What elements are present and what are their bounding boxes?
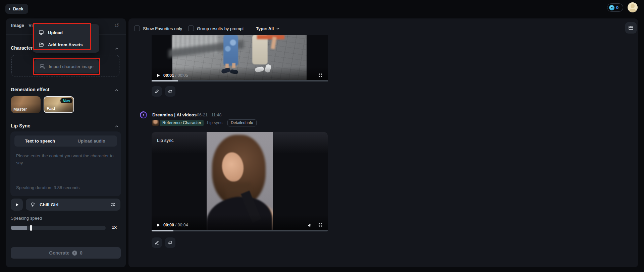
filter-divider (249, 25, 249, 31)
back-chevron-icon: ‹ (9, 6, 11, 11)
reference-thumbnail[interactable] (152, 120, 159, 126)
credit-coin-icon: ✦ (72, 251, 77, 256)
lip-sync-mode-text: --Lip sync (204, 120, 222, 125)
favorites-label: Show Favorites only (143, 26, 182, 31)
result-time: 11:48 (211, 113, 221, 117)
menu-item-upload[interactable]: Upload (33, 26, 99, 39)
effect-label: Master (13, 107, 27, 112)
regenerate-button[interactable] (165, 86, 175, 97)
type-dropdown[interactable]: Type: All (256, 26, 280, 31)
menu-item-add-from-assets[interactable]: Add from Assets (33, 39, 99, 51)
avatar-head-shape (631, 4, 635, 8)
voice-name: Chill Girl (40, 202, 107, 207)
import-character-image-label: Import character image (49, 64, 94, 69)
video-player[interactable]: 00:01 / 00:05 (152, 35, 328, 81)
back-label: Back (13, 6, 23, 11)
reset-icon[interactable]: ↺ (114, 22, 119, 29)
speaking-speed-value: 1x (112, 225, 117, 230)
video-player[interactable]: Lip sync 00:00 / 00:04 (152, 132, 328, 231)
fullscreen-icon[interactable] (318, 73, 323, 78)
repeat-icon (167, 89, 173, 94)
pencil-icon (154, 240, 160, 246)
slider-thumb[interactable] (30, 225, 32, 231)
edit-button[interactable] (152, 237, 162, 248)
avatar[interactable] (628, 2, 638, 12)
result-date: 06-21 (197, 113, 208, 117)
pencil-icon (154, 89, 160, 94)
lip-sync-panel: Text to speech Upload audio Please enter… (10, 131, 121, 196)
monitor-upload-icon (38, 30, 44, 36)
controls-gradient (152, 215, 328, 230)
back-button[interactable]: ‹ Back (5, 4, 28, 14)
speaking-speed-label: Speaking speed (11, 216, 42, 221)
volume-icon[interactable] (307, 223, 312, 228)
khaki-legs-shape (252, 35, 268, 64)
speech-text-input[interactable]: Please enter the content you want the ch… (16, 152, 115, 166)
voice-preview-play-button[interactable] (11, 199, 23, 211)
generate-button[interactable]: Generate ✦ 0 (11, 247, 121, 259)
generation-effect-title: Generation effect (11, 87, 49, 92)
slider-fill (11, 226, 27, 230)
group-label: Group results by prompt (197, 26, 244, 31)
lip-sync-title: Lip Sync (11, 123, 30, 128)
speaking-duration-text: Speaking duration: 3.86 seconds (16, 185, 79, 190)
video-type-label: Lip sync (157, 138, 174, 143)
progress-fill (152, 230, 173, 231)
import-character-image-button[interactable]: Import character image (34, 59, 99, 73)
progress-fill (152, 80, 178, 81)
result-actions (152, 237, 175, 248)
reference-character-tag[interactable]: Reference Character (160, 120, 204, 126)
group-checkbox[interactable] (188, 25, 194, 31)
credits-count: 0 (616, 5, 619, 10)
regenerate-button[interactable] (165, 237, 175, 248)
generate-label: Generate (49, 250, 69, 256)
play-icon[interactable] (156, 73, 160, 77)
result-actions (152, 86, 175, 97)
effect-label: Fast (47, 106, 55, 111)
credits-badge[interactable]: ✦ 0 (607, 3, 623, 12)
voice-speaking-icon (30, 202, 36, 208)
sidebar: Image Video ↺ Upload Add from Assets Cha… (6, 18, 126, 267)
results-panel: Show Favorites only Group results by pro… (128, 18, 638, 267)
chevron-up-icon[interactable] (115, 88, 119, 92)
folder-icon (628, 25, 634, 31)
credit-coin-icon: ✦ (609, 5, 614, 10)
progress-bar[interactable] (152, 80, 328, 81)
new-badge: New (60, 98, 72, 103)
play-icon (15, 203, 19, 207)
asset-panel-button[interactable] (625, 22, 637, 34)
upload-dropdown-menu: Upload Add from Assets (33, 24, 99, 53)
generator-avatar: ✦ (140, 111, 147, 118)
chevron-up-icon[interactable] (115, 47, 119, 51)
video-time: 00:00 / 00:04 (163, 223, 188, 227)
lip-sync-tabbar: Text to speech Upload audio (14, 135, 117, 147)
voice-settings-sliders-icon[interactable] (110, 202, 116, 208)
chevron-up-icon[interactable] (115, 124, 119, 128)
star-icon: ✦ (141, 112, 146, 118)
character-title: Character (11, 45, 33, 51)
tab-text-to-speech[interactable]: Text to speech (14, 139, 66, 144)
play-icon[interactable] (156, 223, 160, 227)
image-plus-icon (39, 63, 46, 70)
avatar-body-shape (629, 9, 636, 12)
effect-option-master[interactable]: Master (11, 96, 41, 113)
result-author: Dreamina | AI videos (152, 112, 197, 117)
menu-item-label: Upload (48, 30, 63, 35)
edit-button[interactable] (152, 86, 162, 97)
repeat-icon (167, 240, 173, 246)
progress-bar[interactable] (152, 230, 328, 231)
favorites-checkbox[interactable] (134, 25, 140, 31)
chevron-down-icon (276, 27, 280, 31)
speaking-speed-slider[interactable] (11, 226, 106, 230)
effect-option-fast[interactable]: New Fast (44, 96, 74, 113)
tab-image[interactable]: Image (11, 23, 24, 28)
menu-item-label: Add from Assets (48, 42, 83, 47)
detailed-info-button[interactable]: Detailed info (227, 119, 257, 126)
type-dropdown-label: Type: All (256, 26, 274, 31)
assets-folder-icon (38, 42, 44, 48)
generate-cost: 0 (80, 250, 83, 256)
video-time: 00:01 / 00:05 (163, 73, 188, 78)
fullscreen-icon[interactable] (318, 222, 323, 227)
tab-upload-audio[interactable]: Upload audio (66, 139, 117, 144)
voice-selector[interactable]: Chill Girl (26, 199, 120, 211)
